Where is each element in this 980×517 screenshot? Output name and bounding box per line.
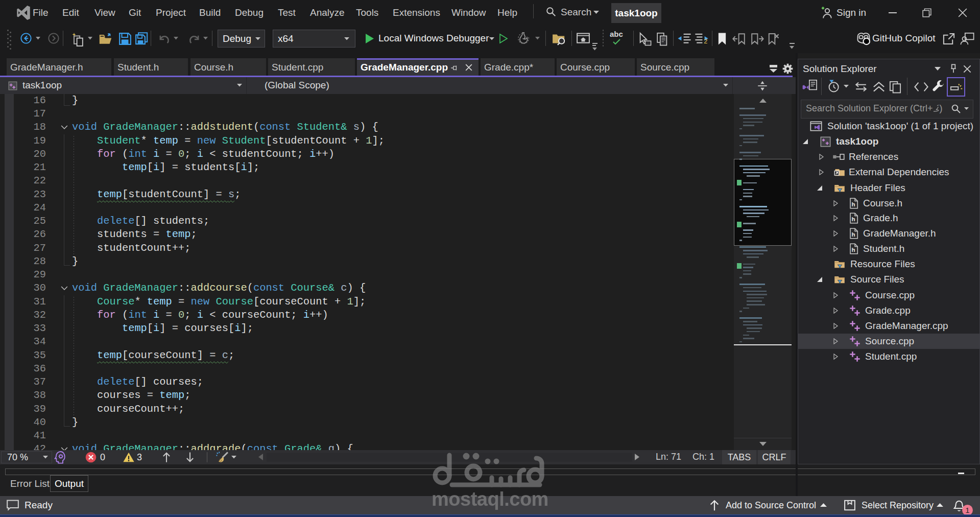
svg-text:2: 2 [704,38,707,45]
svg-text:h: h [852,231,855,238]
svg-text:h: h [852,246,855,253]
svg-text:h: h [852,216,855,222]
svg-text:h: h [852,201,855,207]
